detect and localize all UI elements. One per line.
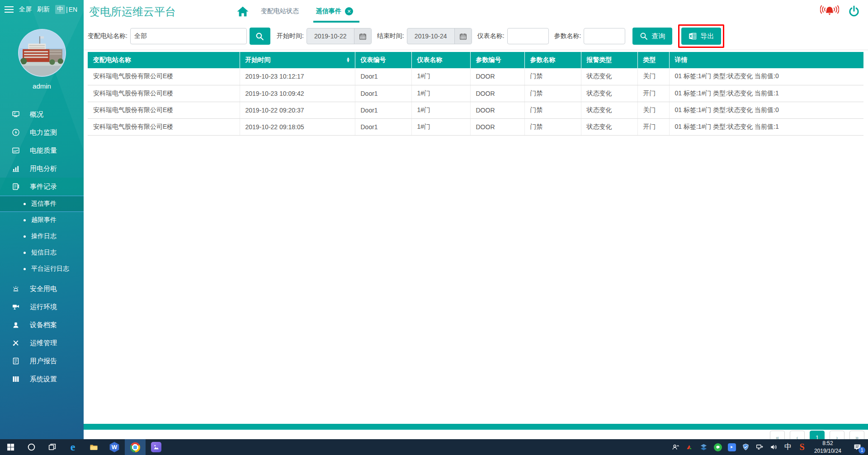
file-explorer-icon[interactable]: [83, 439, 104, 455]
sidebar-item-电力监测[interactable]: 电力监测: [0, 123, 84, 141]
sidebar-item-label: 安全用电: [30, 285, 57, 293]
table-row[interactable]: 安科瑞电气股份有限公司E楼2019-10-23 10:12:17Door11#门…: [88, 68, 863, 85]
sidebar-item-系统设置[interactable]: 系统设置: [0, 370, 84, 388]
column-header-报警类型[interactable]: 报警类型: [581, 52, 637, 68]
column-header-仪表编号[interactable]: 仪表编号: [355, 52, 411, 68]
sidebar-item-运行环境[interactable]: 运行环境: [0, 298, 84, 316]
export-button[interactable]: 导出: [681, 28, 721, 45]
logout-power-icon[interactable]: [848, 5, 860, 17]
overview-icon: [12, 110, 21, 118]
sidebar-subitem-越限事件[interactable]: 越限事件: [0, 212, 84, 228]
green-chat-icon[interactable]: [712, 439, 723, 455]
blue-tile-icon[interactable]: [726, 439, 737, 455]
table-row[interactable]: 安科瑞电气股份有限公司E楼2019-10-22 09:20:37Door11#门…: [88, 102, 863, 118]
end-date-value[interactable]: 2019-10-24: [407, 28, 454, 44]
language-toggle[interactable]: 中 | EN: [55, 5, 77, 14]
column-header-仪表名称[interactable]: 仪表名称: [411, 52, 470, 68]
shield-icon[interactable]: [741, 439, 751, 455]
edge-icon[interactable]: e: [62, 439, 83, 455]
start-date-value[interactable]: 2019-10-22: [307, 28, 354, 44]
param-name-input[interactable]: [584, 28, 625, 44]
hamburger-menu-icon[interactable]: [5, 6, 14, 13]
sort-arrows-icon[interactable]: ▲▼: [346, 57, 350, 62]
cell-详情: 01 标签:1#门 类型:状态变化 当前值:0: [669, 102, 863, 118]
start-calendar-button[interactable]: [354, 28, 371, 44]
table-row[interactable]: 安科瑞电气股份有限公司E楼2019-10-22 09:18:05Door11#门…: [88, 118, 863, 135]
cell-仪表名称: 1#门: [411, 102, 470, 118]
table-row[interactable]: 安科瑞电气股份有限公司E楼2019-10-23 10:09:42Door11#门…: [88, 85, 863, 102]
column-header-开始时间[interactable]: 开始时间▲▼: [240, 52, 355, 68]
sogou-icon[interactable]: S: [797, 439, 807, 455]
alarm-bell-icon[interactable]: [820, 4, 839, 19]
graphics-tool-icon[interactable]: [684, 439, 695, 455]
sidebar-item-安全用电[interactable]: 安全用电: [0, 280, 84, 298]
column-header-参数编号[interactable]: 参数编号: [470, 52, 524, 68]
station-name-label: 变配电站名称:: [88, 32, 127, 40]
speaker-icon[interactable]: [769, 439, 779, 455]
sidebar: 全屏 刷新 中 | EN: [0, 0, 84, 455]
ime-icon[interactable]: 中: [783, 439, 793, 455]
people-icon[interactable]: [670, 439, 681, 455]
column-header-label: 报警类型: [587, 56, 612, 63]
column-header-参数名称[interactable]: 参数名称: [524, 52, 581, 68]
cell-参数编号: DOOR: [470, 102, 524, 118]
tab-close-icon[interactable]: ✕: [345, 7, 353, 15]
column-header-详情[interactable]: 详情: [669, 52, 863, 68]
sidebar-subitem-label: 遥信事件: [31, 200, 57, 208]
column-header-label: 开始时间: [245, 56, 271, 63]
wps-icon[interactable]: W: [104, 439, 125, 455]
sidebar-item-label: 电力监测: [30, 128, 57, 137]
home-icon[interactable]: [236, 6, 249, 18]
sidebar-subitem-短信日志[interactable]: 短信日志: [0, 244, 84, 261]
sidebar-item-事件记录[interactable]: 事件记录: [0, 178, 84, 196]
refresh-button[interactable]: 刷新: [37, 5, 50, 14]
station-search-button[interactable]: [250, 28, 270, 45]
cell-参数名称: 门禁: [524, 68, 581, 85]
layers-icon[interactable]: [698, 439, 709, 455]
chrome-icon[interactable]: [125, 439, 146, 455]
network-icon[interactable]: [755, 439, 765, 455]
windows-taskbar: eW 中S 8:52 2019/10/24 1: [0, 439, 868, 455]
sidebar-item-用户报告[interactable]: 用户报告: [0, 352, 84, 370]
sidebar-subitem-平台运行日志[interactable]: 平台运行日志: [0, 261, 84, 277]
column-header-label: 参数名称: [530, 56, 556, 63]
cell-变配电站名称: 安科瑞电气股份有限公司E楼: [88, 102, 240, 118]
cell-详情: 01 标签:1#门 类型:状态变化 当前值:0: [669, 68, 863, 85]
column-header-变配电站名称[interactable]: 变配电站名称: [88, 52, 240, 68]
sidebar-item-运维管理[interactable]: 运维管理: [0, 334, 84, 352]
cell-变配电站名称: 安科瑞电气股份有限公司E楼: [88, 68, 240, 85]
taskbar-clock[interactable]: 8:52 2019/10/24: [811, 440, 845, 454]
sidebar-item-电能质量[interactable]: 电能质量: [0, 141, 84, 159]
tab-bar: 变配电站状态遥信事件✕: [261, 0, 353, 23]
photos-icon[interactable]: [146, 439, 166, 455]
lang-zh[interactable]: 中: [55, 5, 65, 14]
column-header-类型[interactable]: 类型: [637, 52, 669, 68]
table-header-row: 变配电站名称开始时间▲▼仪表编号仪表名称参数编号参数名称报警类型类型详情: [88, 52, 863, 68]
sidebar-item-概况[interactable]: 概况: [0, 105, 84, 123]
sidebar-item-用电分析[interactable]: 用电分析: [0, 159, 84, 178]
station-name-input[interactable]: [130, 28, 247, 44]
query-button[interactable]: 查询: [632, 28, 672, 45]
username: admin: [0, 82, 84, 90]
action-center-icon[interactable]: 1: [848, 439, 866, 455]
lang-en[interactable]: EN: [69, 6, 77, 13]
cell-报警类型: 状态变化: [581, 68, 637, 85]
tab-变配电站状态[interactable]: 变配电站状态: [261, 0, 299, 23]
cortana-icon[interactable]: [21, 439, 42, 455]
sidebar-topbar: 全屏 刷新 中 | EN: [0, 0, 84, 19]
fullscreen-button[interactable]: 全屏: [19, 5, 32, 14]
system-settings-icon: [12, 375, 21, 383]
tab-遥信事件[interactable]: 遥信事件✕: [316, 0, 353, 23]
sidebar-item-设备档案[interactable]: 设备档案: [0, 316, 84, 334]
sidebar-subitem-遥信事件[interactable]: 遥信事件: [0, 196, 84, 212]
column-header-label: 变配电站名称: [93, 56, 131, 63]
end-calendar-button[interactable]: [454, 28, 472, 44]
cell-报警类型: 状态变化: [581, 118, 637, 135]
start-icon[interactable]: [0, 439, 21, 455]
task-view-icon[interactable]: [42, 439, 62, 455]
meter-name-input[interactable]: [507, 28, 549, 44]
cell-仪表名称: 1#门: [411, 118, 470, 135]
sidebar-item-label: 设备档案: [30, 321, 57, 329]
sidebar-subitem-操作日志[interactable]: 操作日志: [0, 228, 84, 244]
avatar[interactable]: [18, 29, 66, 77]
